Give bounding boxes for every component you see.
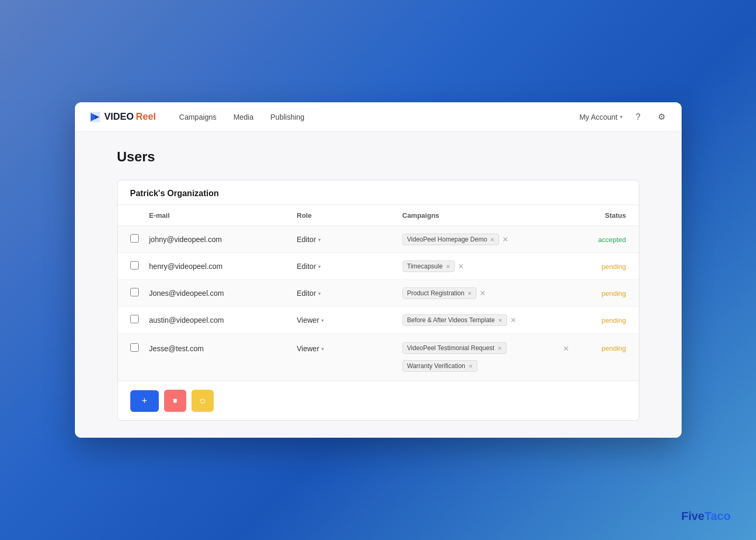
row2-campaigns: Timecapsule ✕ ✕	[403, 261, 563, 272]
row5-remove-icon[interactable]: ✕	[563, 342, 569, 353]
col-header-campaigns: Campaigns	[403, 211, 563, 219]
table-header: E-mail Role Campaigns Status	[118, 205, 639, 226]
role-dropdown-icon: ▾	[321, 346, 324, 352]
row3-checkbox[interactable]	[130, 288, 139, 296]
my-account-button[interactable]: My Account ▾	[579, 113, 622, 121]
row4-role[interactable]: Viewer ▾	[297, 316, 403, 324]
campaign-tag: Timecapsule ✕	[403, 261, 455, 272]
refresh-button[interactable]	[192, 390, 214, 412]
logo-text-peel: Reel	[136, 111, 156, 122]
my-account-label: My Account	[579, 113, 617, 121]
role-dropdown-icon: ▾	[321, 317, 324, 323]
table-row: Jesse@test.com Viewer ▾ VideoPeel Testim…	[118, 334, 639, 381]
add-user-button[interactable]: +	[130, 390, 159, 412]
row4-status: pending	[563, 316, 626, 324]
delete-button[interactable]	[164, 390, 186, 412]
tag-close-icon[interactable]: ✕	[498, 317, 502, 323]
row1-campaigns: VideoPeel Homepage Demo ✕ ✕	[403, 234, 563, 245]
nav-publishing[interactable]: Publishing	[264, 110, 311, 124]
row2-checkbox[interactable]	[130, 261, 139, 269]
row4-remove-icon[interactable]: ✕	[510, 316, 516, 324]
row3-campaigns: Product Registration ✕ ✕	[403, 287, 563, 299]
role-dropdown-icon: ▾	[318, 264, 321, 269]
role-dropdown-icon: ▾	[318, 237, 321, 243]
table-row: Jones@videopeel.com Editor ▾ Product Reg…	[118, 280, 639, 307]
col-header-role: Role	[297, 211, 403, 219]
row1-role[interactable]: Editor ▾	[297, 235, 403, 244]
table-row: johny@videopeel.com Editor ▾ VideoPeel H…	[118, 226, 639, 253]
row5-role[interactable]: Viewer ▾	[297, 342, 403, 353]
watermark-taco: Taco	[704, 509, 731, 523]
tag-close-icon[interactable]: ✕	[446, 264, 450, 269]
org-title: Patrick's Organization	[118, 180, 639, 205]
help-icon-button[interactable]: ?	[631, 110, 646, 124]
tag-close-icon[interactable]: ✕	[468, 363, 473, 369]
campaign-tag: Warranty Verification ✕	[403, 360, 477, 372]
row4-checkbox[interactable]	[130, 315, 139, 323]
logo[interactable]: VIDEOReel	[88, 110, 156, 124]
nav-campaigns[interactable]: Campaigns	[173, 110, 223, 124]
content-area: Users Patrick's Organization E-mail Role…	[75, 132, 682, 438]
campaign-tag: Before & After Videos Template ✕	[403, 314, 507, 326]
refresh-icon	[200, 396, 205, 406]
row5-campaigns: VideoPeel Testimonial Request ✕ Warranty…	[403, 342, 563, 372]
row5-checkbox[interactable]	[130, 343, 139, 352]
role-dropdown-icon: ▾	[318, 291, 321, 296]
row3-status: pending	[563, 290, 626, 297]
logo-text-video: VIDEO	[104, 111, 134, 122]
campaign-tag: VideoPeel Testimonial Request ✕	[403, 342, 507, 354]
row3-remove-icon[interactable]: ✕	[480, 289, 486, 297]
watermark-five: Five	[681, 509, 704, 523]
navbar: VIDEOReel Campaigns Media Publishing My …	[75, 102, 682, 132]
row1-checkbox[interactable]	[130, 234, 139, 243]
campaign-tag: VideoPeel Homepage Demo ✕	[403, 234, 500, 245]
nav-right: My Account ▾ ? ⚙	[579, 110, 668, 124]
row5-email: Jesse@test.com	[149, 342, 297, 353]
app-window: VIDEOReel Campaigns Media Publishing My …	[75, 102, 682, 438]
help-icon: ?	[636, 112, 640, 122]
users-table-card: Patrick's Organization E-mail Role Campa…	[117, 180, 639, 421]
nav-links: Campaigns Media Publishing	[173, 110, 580, 124]
row2-status: pending	[563, 263, 626, 271]
actions-row: +	[118, 381, 639, 420]
row2-role[interactable]: Editor ▾	[297, 262, 403, 271]
campaign-tag: Product Registration ✕	[403, 287, 477, 299]
page-title: Users	[117, 149, 639, 165]
col-header-status: Status	[563, 211, 626, 219]
row5-status: pending	[593, 342, 626, 352]
row2-remove-icon[interactable]: ✕	[458, 262, 464, 271]
table-row: henry@videopeel.com Editor ▾ Timecapsule…	[118, 253, 639, 280]
row1-remove-icon[interactable]: ✕	[502, 235, 509, 244]
tag-close-icon[interactable]: ✕	[497, 345, 502, 351]
row3-role[interactable]: Editor ▾	[297, 289, 403, 297]
nav-media[interactable]: Media	[227, 110, 260, 124]
trash-icon	[173, 396, 178, 406]
chevron-down-icon: ▾	[620, 114, 623, 120]
col-header-email: E-mail	[149, 211, 297, 219]
settings-icon-button[interactable]: ⚙	[654, 110, 669, 124]
table-row: austin@videopeel.com Viewer ▾ Before & A…	[118, 307, 639, 334]
tag-close-icon[interactable]: ✕	[490, 237, 494, 243]
row3-email: Jones@videopeel.com	[149, 289, 297, 297]
logo-icon	[88, 110, 102, 124]
gear-icon: ⚙	[658, 112, 665, 122]
tag-close-icon[interactable]: ✕	[467, 291, 472, 296]
row4-campaigns: Before & After Videos Template ✕ ✕	[403, 314, 563, 326]
row2-email: henry@videopeel.com	[149, 262, 297, 271]
row4-email: austin@videopeel.com	[149, 316, 297, 324]
watermark: FiveTaco	[681, 509, 731, 523]
row1-status: accepted	[563, 236, 626, 244]
row1-email: johny@videopeel.com	[149, 235, 297, 244]
